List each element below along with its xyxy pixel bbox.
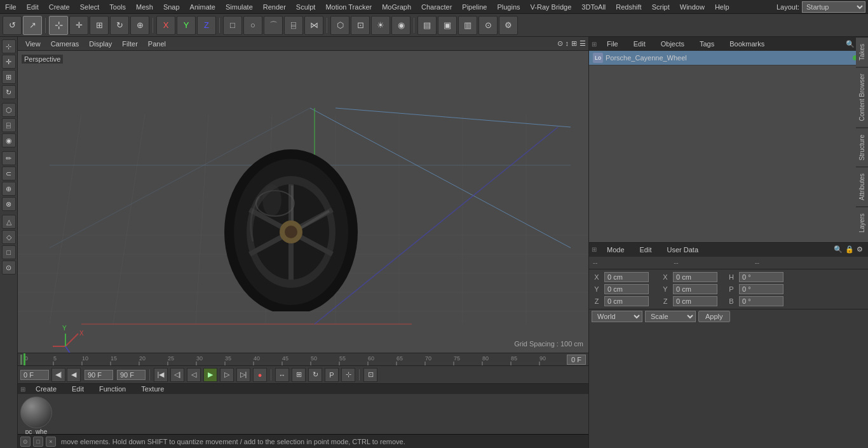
menu-create[interactable]: Create xyxy=(44,2,75,12)
y-pos-input[interactable] xyxy=(604,284,649,294)
menu-sculpt[interactable]: Sculpt xyxy=(291,2,321,12)
viewport-icon-4[interactable]: ☰ xyxy=(580,39,586,48)
step-back-btn[interactable]: ◁| xyxy=(170,368,184,382)
menu-plugins[interactable]: Plugins xyxy=(492,2,525,12)
grid-key-btn[interactable]: ⊹ xyxy=(341,368,355,382)
material-item[interactable]: pc_whe xyxy=(20,397,52,435)
play-back-btn[interactable]: ◁ xyxy=(187,368,201,382)
y-axis[interactable]: Y xyxy=(177,16,196,35)
obj-tags[interactable]: Tags xyxy=(695,39,719,49)
vtab-structure[interactable]: Structure xyxy=(856,128,868,167)
x-pos-input[interactable] xyxy=(604,272,649,282)
left-rotate[interactable]: ↻ xyxy=(2,85,16,99)
play-btn[interactable]: ▶ xyxy=(203,368,217,382)
menu-script[interactable]: Script xyxy=(647,2,675,12)
cube-tool[interactable]: □ xyxy=(223,16,242,35)
mat-create[interactable]: Create xyxy=(31,384,62,394)
undo-btn[interactable]: ↺ xyxy=(3,16,22,35)
obj-edit[interactable]: Edit xyxy=(628,39,651,49)
scale-select[interactable]: Scale xyxy=(645,311,696,322)
vtab-attributes[interactable]: Attributes xyxy=(856,166,868,207)
left-measure[interactable]: ⊗ xyxy=(2,197,16,211)
p-rot-input[interactable] xyxy=(739,284,783,294)
frame-left-btn[interactable]: ◀| xyxy=(51,368,65,382)
move-key-btn[interactable]: ↔ xyxy=(275,368,289,382)
step-fwd-btn[interactable]: ▷ xyxy=(220,368,234,382)
panel-menu[interactable]: Panel xyxy=(143,39,171,49)
sphere-tool[interactable]: ○ xyxy=(243,16,262,35)
attr-settings-icon[interactable]: ⚙ xyxy=(857,245,863,254)
menu-render[interactable]: Render xyxy=(258,2,291,12)
sky-tool[interactable]: ▣ xyxy=(438,16,457,35)
scale-tool[interactable]: ⊞ xyxy=(90,16,109,35)
scale-key-btn[interactable]: ⊞ xyxy=(292,368,306,382)
skip-end-btn[interactable]: ▷| xyxy=(236,368,250,382)
rotate-key-btn[interactable]: ↻ xyxy=(308,368,322,382)
menu-motion-tracker[interactable]: Motion Tracker xyxy=(320,2,377,12)
redo-btn[interactable]: ↗ xyxy=(23,16,42,35)
cameras-menu[interactable]: Cameras xyxy=(46,39,85,49)
h-rot-input[interactable] xyxy=(739,272,783,282)
obj-search-icon[interactable]: 🔍 xyxy=(846,40,855,48)
menu-tools[interactable]: Tools xyxy=(104,2,131,12)
viewport-icon-1[interactable]: ⊙ xyxy=(557,39,563,48)
skip-start-btn[interactable]: |◀ xyxy=(154,368,168,382)
y-size-input[interactable] xyxy=(673,284,717,294)
left-select[interactable]: ⊹ xyxy=(2,39,16,53)
left-field[interactable]: □ xyxy=(2,245,16,259)
light-tool[interactable]: ☀ xyxy=(371,16,390,35)
start-frame-input[interactable] xyxy=(20,370,49,380)
z-size-input[interactable] xyxy=(673,296,717,306)
render-tool[interactable]: ⊙ xyxy=(478,16,498,35)
layout-select[interactable]: Startup xyxy=(802,1,865,13)
move-tool[interactable]: ✛ xyxy=(69,16,88,35)
obj-file[interactable]: File xyxy=(602,39,623,49)
deform-tool[interactable]: ⋈ xyxy=(304,16,323,35)
world-select[interactable]: World xyxy=(592,311,642,322)
attr-edit[interactable]: Edit xyxy=(635,245,657,255)
menu-edit[interactable]: Edit xyxy=(22,2,44,12)
menu-redshift[interactable]: Redshift xyxy=(611,2,646,12)
x-size-input[interactable] xyxy=(673,272,717,282)
scene-tool[interactable]: ⬡ xyxy=(330,16,349,35)
x-axis[interactable]: X xyxy=(156,16,175,35)
left-sculpt[interactable]: ⊂ xyxy=(2,166,16,180)
filter-menu[interactable]: Filter xyxy=(117,39,142,49)
menu-snap[interactable]: Snap xyxy=(158,2,185,12)
left-paint[interactable]: ✏ xyxy=(2,151,16,165)
apply-button[interactable]: Apply xyxy=(698,311,730,322)
left-mograph[interactable]: ⊙ xyxy=(2,261,16,275)
obj-objects[interactable]: Objects xyxy=(656,39,689,49)
menu-simulate[interactable]: Simulate xyxy=(220,2,258,12)
z-axis[interactable]: Z xyxy=(197,16,216,35)
left-deform[interactable]: ◇ xyxy=(2,230,16,244)
status-icon-3[interactable]: × xyxy=(46,437,56,447)
menu-help[interactable]: Help xyxy=(710,2,735,12)
menu-animate[interactable]: Animate xyxy=(185,2,220,12)
pos-key-btn[interactable]: P xyxy=(325,368,339,382)
menu-mograph[interactable]: MoGraph xyxy=(377,2,416,12)
display-menu[interactable]: Display xyxy=(84,39,117,49)
left-point[interactable]: ◉ xyxy=(2,133,16,147)
viewport-canvas[interactable]: X Y Z xyxy=(18,51,588,353)
anim-type-btn[interactable]: ⊡ xyxy=(363,368,377,382)
attr-user-data[interactable]: User Data xyxy=(662,245,704,255)
obj-bookmarks[interactable]: Bookmarks xyxy=(724,39,770,49)
add-tool[interactable]: ⊕ xyxy=(130,16,149,35)
end-frame-input2[interactable] xyxy=(117,370,146,380)
menu-vray[interactable]: V-Ray Bridge xyxy=(526,2,577,12)
menu-mesh[interactable]: Mesh xyxy=(131,2,158,12)
menu-pipeline[interactable]: Pipeline xyxy=(457,2,492,12)
spline-tool[interactable]: ⌒ xyxy=(264,16,283,35)
camera-tool[interactable]: ⊡ xyxy=(351,16,370,35)
render-settings[interactable]: ⚙ xyxy=(499,16,518,35)
prev-frame-btn[interactable]: ◀ xyxy=(67,368,81,382)
nurbs-tool[interactable]: ⌸ xyxy=(284,16,303,35)
menu-select[interactable]: Select xyxy=(75,2,105,12)
floor-tool[interactable]: ▤ xyxy=(417,16,437,35)
end-frame-input[interactable] xyxy=(85,370,113,380)
mat-function[interactable]: Function xyxy=(94,384,131,394)
view-menu[interactable]: View xyxy=(20,39,46,49)
mat-edit[interactable]: Edit xyxy=(67,384,89,394)
left-snap[interactable]: ⊕ xyxy=(2,182,16,196)
